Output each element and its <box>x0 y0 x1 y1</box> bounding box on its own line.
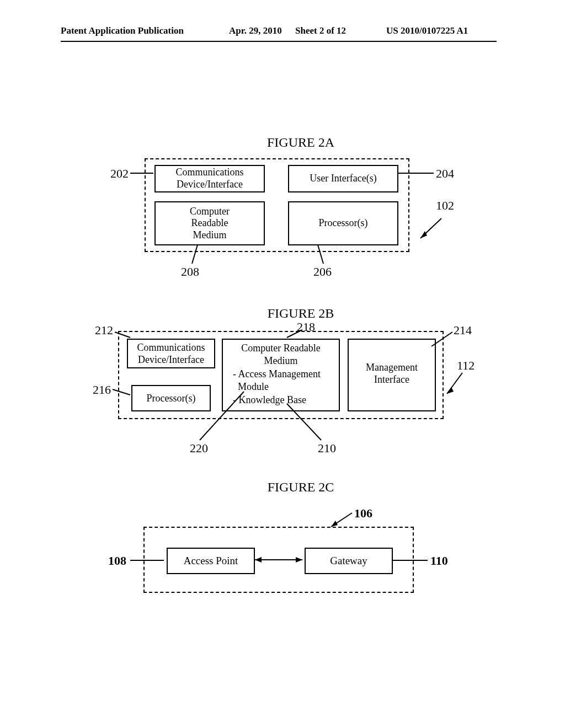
svg-marker-5 <box>420 231 427 238</box>
ref-112: 112 <box>457 358 475 373</box>
ref-214: 214 <box>454 323 472 338</box>
ref-212: 212 <box>95 323 113 338</box>
box-processors: Processor(s) <box>288 201 398 245</box>
ref-206: 206 <box>313 265 332 279</box>
header-publication: Patent Application Publication <box>61 25 184 36</box>
header-date: Apr. 29, 2010 <box>229 25 282 36</box>
figure-2c-container: Access Point Gateway <box>143 527 414 593</box>
ref-102: 102 <box>436 199 454 213</box>
ref-216: 216 <box>93 383 111 397</box>
box-communications-device: CommunicationsDevice/Interface <box>154 165 265 192</box>
box-crm-b: Computer ReadableMedium - Access Managem… <box>222 339 340 411</box>
ref-108: 108 <box>108 554 126 568</box>
figure-2a-title: FIGURE 2A <box>218 135 383 150</box>
header-rule <box>61 41 497 42</box>
box-user-interfaces: User Interface(s) <box>288 165 398 192</box>
box-access-point: Access Point <box>167 548 255 574</box>
ref-210: 210 <box>318 441 336 456</box>
svg-line-12 <box>447 373 462 394</box>
box-computer-readable-medium: ComputerReadableMedium <box>154 201 265 245</box>
svg-line-4 <box>420 218 441 238</box>
ref-208: 208 <box>181 265 199 279</box>
figure-2c-title: FIGURE 2C <box>218 480 383 495</box>
crm-title: Computer ReadableMedium <box>223 342 339 367</box>
header-pubno: US 2010/0107225 A1 <box>386 25 468 36</box>
figure-2a-container: CommunicationsDevice/Interface User Inte… <box>145 158 409 252</box>
box-processors-b: Processor(s) <box>131 385 211 411</box>
crm-item-knowledge-base: - Knowledge Base <box>223 394 339 406</box>
ref-110: 110 <box>430 554 448 568</box>
ref-106: 106 <box>354 506 372 521</box>
figure-2b-title: FIGURE 2B <box>218 306 383 321</box>
box-gateway: Gateway <box>305 548 393 574</box>
svg-marker-13 <box>447 387 454 394</box>
box-communications-device-b: CommunicationsDevice/Interface <box>127 339 215 368</box>
crm-item-access-mgmt: - Access Management Module <box>223 368 339 393</box>
figure-2b-container: CommunicationsDevice/Interface Processor… <box>118 331 444 419</box>
ref-218: 218 <box>297 320 315 334</box>
svg-line-14 <box>331 513 352 527</box>
header-sheet: Sheet 2 of 12 <box>295 25 346 36</box>
box-management-interface: ManagementInterface <box>348 339 436 411</box>
ref-204: 204 <box>436 167 454 181</box>
svg-marker-15 <box>331 521 338 527</box>
ref-202: 202 <box>110 167 129 181</box>
ref-220: 220 <box>190 441 208 456</box>
